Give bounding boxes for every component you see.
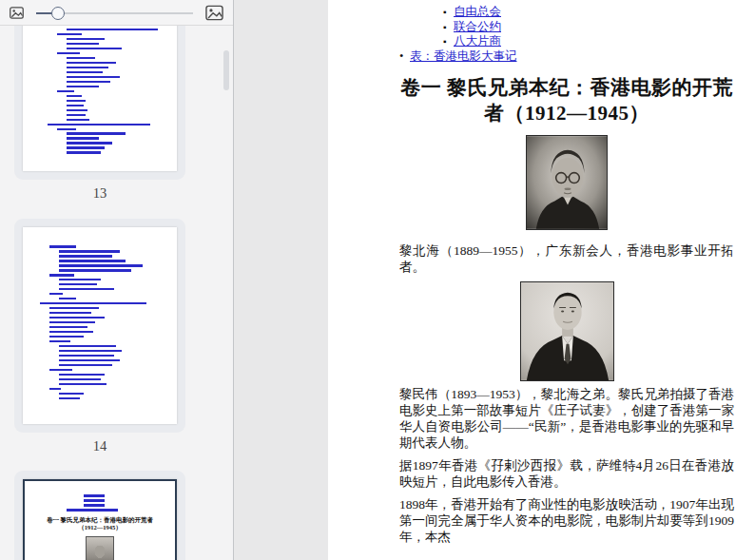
thumbnail-link-line xyxy=(67,105,84,107)
toc-item: 自由总会 xyxy=(399,5,734,20)
paragraph-1897: 据1897年香港《孖剌沙西报》载，萨维特4月26日在香港放映短片，自此电影传入香… xyxy=(399,457,734,490)
thumbnail-link-line xyxy=(59,350,122,353)
thumbnail-card-selected[interactable]: 卷一 黎氏兄弟本纪：香港电影的开荒者（1912—1945） xyxy=(14,471,185,560)
image-icon xyxy=(10,7,24,19)
thumbnail-card[interactable] xyxy=(14,219,185,433)
thumbnail-link-line xyxy=(59,269,131,272)
thumbnail-link-line xyxy=(67,48,122,50)
toc-item: 表：香港电影大事记 xyxy=(399,49,734,65)
thumbnail-link-line xyxy=(49,336,84,338)
portrait-photo-li-minwei xyxy=(520,281,614,381)
thumbnail-link-line xyxy=(57,90,74,93)
thumbnail-link-line xyxy=(67,76,120,79)
thumbnail-link-line xyxy=(49,321,95,324)
thumbnail-link-line xyxy=(49,326,87,329)
thumbnail-link-line xyxy=(49,331,93,334)
pdf-reader-window: 13 14 卷一 黎氏兄弟本纪 xyxy=(0,0,755,560)
thumbnail-link-line xyxy=(67,132,126,135)
paragraph-li-minwei: 黎民伟（1893—1953），黎北海之弟。黎氏兄弟拍摄了香港电影史上第一部故事短… xyxy=(399,386,734,451)
thumbnail-link-line xyxy=(59,397,80,400)
large-thumbnail-image-icon[interactable] xyxy=(205,5,223,21)
thumbnail-link-line xyxy=(59,283,97,286)
thumbnail-link-line xyxy=(59,364,112,367)
thumbnail-link-line xyxy=(67,62,116,65)
chapter-heading: 卷一 黎氏兄弟本纪：香港电影的开荒者（1912—1945） xyxy=(399,75,734,126)
thumbnail-link-line xyxy=(59,378,101,381)
thumbnail-link-line xyxy=(67,29,158,31)
thumbnail-link-line xyxy=(67,151,101,154)
toc-item: 联合公约 xyxy=(399,20,734,35)
page-number-label: 14 xyxy=(14,438,185,454)
thumbnail-link-line xyxy=(49,274,74,277)
thumbnail-toolbar xyxy=(0,0,233,26)
thumbnail-link-line xyxy=(59,374,105,377)
thumbnail-heading: 卷一 黎氏兄弟本纪：香港电影的开荒者（1912—1945） xyxy=(25,516,175,531)
thumbnail-size-slider[interactable] xyxy=(36,6,193,20)
thumbnail-link-line xyxy=(59,383,106,386)
thumbnail-link-line xyxy=(49,369,72,372)
thumbnail-link-line xyxy=(57,128,76,131)
document-page: 自由总会 联合公约 八大片商 表：香港电影大事记 卷一 黎氏兄弟本纪：香港电影的… xyxy=(328,0,755,560)
thumbnail-link-lines xyxy=(25,481,175,512)
thumbnail-link-line xyxy=(59,298,76,300)
thumbnail-link-line xyxy=(67,137,99,140)
thumbnail-link-line xyxy=(67,509,118,512)
thumbnail-link-line xyxy=(67,81,110,84)
image-icon xyxy=(205,5,223,21)
thumbnail-link-line xyxy=(67,114,86,117)
thumbnail-link-line xyxy=(57,33,82,36)
toc-link-list: 自由总会 联合公约 八大片商 表：香港电影大事记 xyxy=(399,5,734,64)
thumbnail-link-line xyxy=(67,95,82,98)
paragraph-1898: 1898年，香港开始有了商业性的电影放映活动，1907年出现第一间完全属于华人资… xyxy=(399,496,734,545)
thumbnail-link-line xyxy=(59,264,143,267)
thumbnail-link-line xyxy=(84,504,105,507)
thumbnail-preview-toc-page xyxy=(23,26,177,171)
thumbnail-preview-toc-page xyxy=(23,227,177,424)
thumbnail-link-line xyxy=(67,109,87,112)
thumbnail-link-line xyxy=(49,340,70,343)
thumbnail-link-line xyxy=(67,43,99,46)
portrait-photo-li-beihai xyxy=(526,135,608,230)
toc-link-badapianshang[interactable]: 八大片商 xyxy=(454,34,501,48)
thumbnail-link-line xyxy=(40,302,146,305)
toc-link-lianhegongyue[interactable]: 联合公约 xyxy=(454,20,501,33)
thumbnail-link-line xyxy=(59,279,101,281)
thumbnail-page-14: 14 xyxy=(14,219,185,454)
caption-li-beihai: 黎北海（1889—1955），广东新会人，香港电影事业开拓者。 xyxy=(399,242,734,275)
toc-item: 八大片商 xyxy=(399,34,734,49)
thumbnail-link-line xyxy=(59,288,114,291)
toc-link-ziyouzonghui[interactable]: 自由总会 xyxy=(454,5,501,18)
document-content: 自由总会 联合公约 八大片商 表：香港电影大事记 卷一 黎氏兄弟本纪：香港电影的… xyxy=(328,0,755,545)
thumbnail-link-line xyxy=(67,71,103,74)
thumbnail-link-line xyxy=(49,388,61,391)
small-thumbnail-image-icon[interactable] xyxy=(10,7,24,19)
page-number-label: 13 xyxy=(14,185,185,202)
thumbnail-link-line xyxy=(59,250,120,253)
thumbnail-link-line xyxy=(49,293,63,296)
slider-knob[interactable] xyxy=(51,7,65,20)
thumbnail-link-line xyxy=(67,119,89,122)
thumbnail-link-line xyxy=(59,393,84,396)
document-viewer: 自由总会 联合公约 八大片商 表：香港电影大事记 卷一 黎氏兄弟本纪：香港电影的… xyxy=(234,0,755,560)
thumbnail-link-line xyxy=(67,67,108,69)
thumbnail-sidebar: 13 14 卷一 黎氏兄弟本纪 xyxy=(0,0,234,560)
thumbnail-link-line xyxy=(48,124,150,126)
thumbnail-link-line xyxy=(84,494,105,497)
thumbnail-link-line xyxy=(49,245,76,248)
toc-link-dashiji-table[interactable]: 表：香港电影大事记 xyxy=(410,49,517,63)
sidebar-scrollbar-thumb[interactable] xyxy=(223,50,229,90)
thumbnail-link-line xyxy=(49,307,99,310)
thumbnail-link-line xyxy=(67,38,105,41)
thumbnail-link-line xyxy=(67,100,86,103)
thumbnail-link-line xyxy=(59,255,112,258)
thumbnail-list: 13 14 卷一 黎氏兄弟本纪 xyxy=(0,26,233,560)
thumbnail-link-line xyxy=(84,499,105,502)
thumbnail-link-line xyxy=(67,146,105,149)
thumbnail-portrait-photo xyxy=(86,536,114,560)
thumbnail-link-line xyxy=(67,142,112,145)
thumbnail-card[interactable] xyxy=(14,26,185,180)
thumbnail-link-line xyxy=(59,260,126,262)
thumbnail-page-13: 13 xyxy=(14,26,185,202)
thumbnail-preview-current-page: 卷一 黎氏兄弟本纪：香港电影的开荒者（1912—1945） xyxy=(23,479,177,560)
thumbnail-link-line xyxy=(49,312,91,315)
